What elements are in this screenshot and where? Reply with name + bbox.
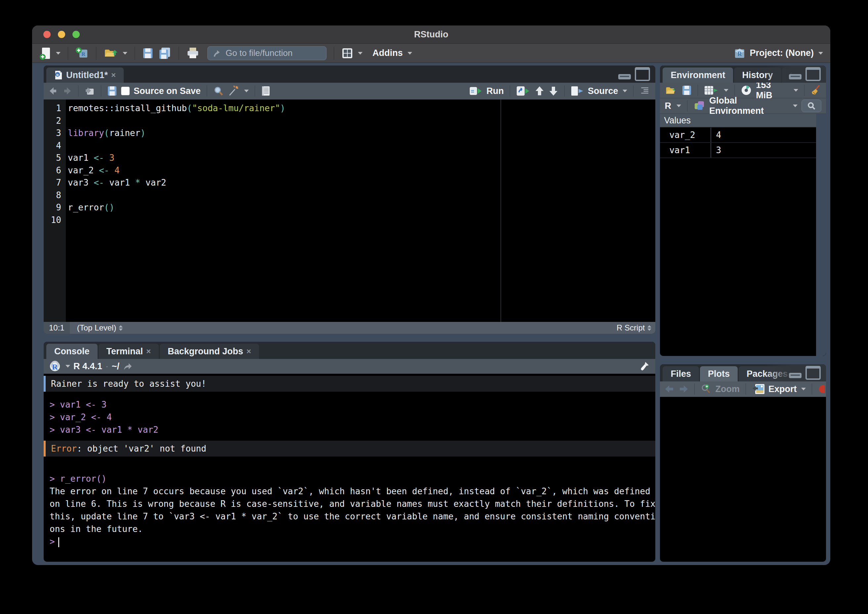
- minimize-pane-icon[interactable]: [618, 74, 631, 79]
- minimize-pane-icon[interactable]: [789, 74, 801, 79]
- chevron-down-icon: [56, 52, 60, 54]
- environment-selector[interactable]: Global Environment: [709, 96, 798, 116]
- export-button[interactable]: Export: [752, 383, 806, 395]
- scope-selector[interactable]: (Top Level): [77, 323, 123, 332]
- new-project-button[interactable]: R: [76, 46, 88, 60]
- scrollbar-gutter[interactable]: [816, 114, 826, 356]
- source-label: Source: [588, 86, 618, 96]
- project-cube-icon: R: [733, 47, 746, 60]
- environment-stack-icon: [693, 100, 705, 112]
- maximize-pane-icon[interactable]: [806, 67, 821, 81]
- save-icon[interactable]: [107, 86, 117, 96]
- chevron-down-icon: [794, 89, 798, 91]
- next-plot-icon[interactable]: [679, 385, 688, 393]
- close-icon[interactable]: ×: [111, 70, 116, 80]
- import-dataset-icon[interactable]: [704, 85, 718, 96]
- screen: RStudio R: [0, 0, 868, 614]
- clear-console-brush-icon[interactable]: [639, 361, 650, 372]
- chevron-down-icon: [123, 52, 127, 54]
- console-line: > var3 <- var1 * var2: [44, 423, 655, 436]
- close-icon[interactable]: ×: [246, 347, 251, 356]
- save-all-button[interactable]: [158, 47, 171, 60]
- goto-file-function-input[interactable]: Go to file/function: [208, 46, 327, 60]
- environment-row[interactable]: var13: [660, 143, 816, 158]
- search-icon[interactable]: [213, 86, 224, 96]
- save-button[interactable]: [142, 47, 153, 59]
- language-selector[interactable]: R: [665, 101, 671, 111]
- share-arrow-icon[interactable]: [123, 362, 133, 371]
- console-line: > var_2 <- 4: [44, 411, 655, 423]
- project-menu[interactable]: R Project: (None): [733, 47, 823, 60]
- source-tabbar: R Untitled1* ×: [44, 65, 655, 83]
- rerun-icon[interactable]: [516, 86, 531, 96]
- working-dir-link[interactable]: ~/: [112, 361, 119, 372]
- minimize-pane-icon[interactable]: [789, 373, 801, 378]
- zoom-label[interactable]: Zoom: [715, 384, 739, 394]
- maximize-pane-icon[interactable]: [635, 67, 650, 81]
- console-output[interactable]: Rainer is ready to assist you!> var1 <- …: [44, 374, 655, 562]
- run-button[interactable]: Run: [469, 86, 504, 96]
- code-lines: remotes::install_github("soda-lmu/rainer…: [66, 99, 655, 322]
- plots-pane: Files Plots Packages H: [660, 364, 826, 562]
- go-down-icon[interactable]: [549, 86, 558, 96]
- tab-files[interactable]: Files: [663, 366, 699, 381]
- plots-toolbar: Zoom Export: [660, 381, 826, 397]
- tab-terminal[interactable]: Terminal ×: [99, 344, 159, 359]
- tab-plots[interactable]: Plots: [700, 366, 738, 381]
- forward-icon[interactable]: [62, 86, 72, 96]
- console-pane: Console Terminal × Background Jobs ×: [44, 342, 655, 562]
- variable-value: 4: [711, 130, 721, 140]
- load-workspace-icon[interactable]: [665, 85, 678, 96]
- pane-minmax[interactable]: [789, 67, 821, 81]
- pane-minmax[interactable]: [789, 366, 821, 380]
- source-on-save-checkbox[interactable]: [121, 87, 130, 95]
- clear-environment-broom-icon[interactable]: [810, 85, 822, 96]
- back-icon[interactable]: [48, 86, 58, 96]
- addins-menu[interactable]: Addins: [372, 48, 412, 58]
- new-file-icon: [39, 46, 51, 60]
- code-editor[interactable]: 12345678910 remotes::install_github("sod…: [44, 99, 655, 322]
- console-line: >: [44, 535, 655, 548]
- pane-minmax[interactable]: [618, 67, 650, 81]
- source-toolbar: Source on Save: [44, 83, 655, 99]
- new-file-button[interactable]: [39, 46, 60, 60]
- rstudio-window: RStudio R: [32, 25, 830, 565]
- compile-notebook-icon[interactable]: [261, 85, 271, 97]
- popout-icon[interactable]: [84, 86, 95, 96]
- values-section-header: Values: [660, 114, 816, 128]
- console-tabbar: Console Terminal × Background Jobs ×: [44, 342, 655, 359]
- right-column: Environment History Co: [660, 65, 826, 562]
- close-icon[interactable]: ×: [146, 347, 151, 356]
- svg-text:R: R: [56, 73, 59, 77]
- code-tools-wand-icon[interactable]: [228, 85, 239, 97]
- go-up-icon[interactable]: [535, 86, 544, 96]
- tab-console[interactable]: Console: [46, 344, 98, 359]
- source-pane-controls: [594, 65, 655, 83]
- file-type-selector[interactable]: R Script: [617, 323, 651, 332]
- save-all-icon: [158, 47, 171, 60]
- save-workspace-icon[interactable]: [682, 85, 692, 96]
- panes-layout-button[interactable]: [341, 47, 363, 59]
- variable-name: var1: [660, 143, 711, 157]
- window-title: RStudio: [32, 29, 830, 40]
- code-line: [68, 189, 655, 202]
- tab-environment[interactable]: Environment: [663, 67, 733, 83]
- source-button[interactable]: Source: [570, 86, 628, 96]
- maximize-pane-icon[interactable]: [806, 366, 821, 380]
- remove-plot-icon[interactable]: [818, 384, 825, 394]
- chevron-down-icon[interactable]: [65, 365, 70, 367]
- document-outline-icon[interactable]: [639, 86, 651, 96]
- tab-label: Environment: [671, 70, 725, 81]
- previous-plot-icon[interactable]: [665, 385, 674, 393]
- environment-row[interactable]: var_24: [660, 128, 816, 143]
- open-file-button[interactable]: [104, 47, 127, 60]
- tab-untitled1[interactable]: R Untitled1* ×: [46, 67, 124, 83]
- print-button[interactable]: [186, 47, 200, 60]
- svg-text:R: R: [52, 363, 58, 371]
- chevron-down-icon: [818, 52, 823, 54]
- pane-grid-icon: [341, 47, 353, 59]
- tab-label: Plots: [708, 369, 730, 379]
- tab-background-jobs[interactable]: Background Jobs ×: [160, 344, 259, 359]
- search-environment-button[interactable]: [801, 99, 822, 112]
- line-number: 8: [44, 189, 66, 202]
